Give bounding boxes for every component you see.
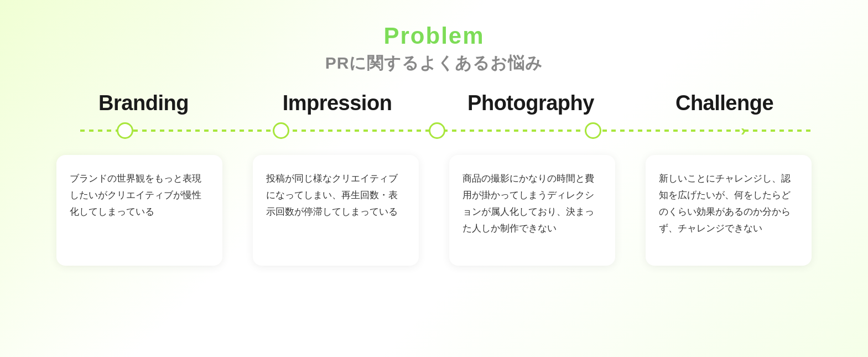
card-challenge: 新しいことにチャレンジし、認知を広げたいが、何をしたらどのくらい効果があるのか分… <box>646 155 812 266</box>
problem-subtitle: PRに関するよくあるお悩み <box>325 52 543 75</box>
problem-title: Problem <box>325 22 543 50</box>
category-label-branding: Branding <box>61 91 227 115</box>
category-label-photography: Photography <box>448 91 614 115</box>
cards-row: ブランドの世界観をもっと表現したいがクリエイティブが慢性化してしまっている 投稿… <box>47 155 822 266</box>
card-branding: ブランドの世界観をもっと表現したいがクリエイティブが慢性化してしまっている <box>56 155 222 266</box>
timeline-nodes: › <box>47 122 822 139</box>
category-row: Branding Impression Photography Challeng… <box>47 91 822 115</box>
card-photography-text: 商品の撮影にかなりの時間と費用が掛かってしまうディレクションが属人化しており、決… <box>462 170 602 236</box>
timeline-node-2 <box>273 122 289 139</box>
card-impression: 投稿が同じ様なクリエイティブになってしまい、再生回数・表示回数が停滞してしまって… <box>253 155 419 266</box>
content-section: Branding Impression Photography Challeng… <box>0 91 868 266</box>
timeline-node-3 <box>429 122 445 139</box>
timeline-node-1 <box>117 122 133 139</box>
timeline-arrow-icon: › <box>741 122 746 139</box>
timeline-node-4 <box>585 122 601 139</box>
category-label-challenge: Challenge <box>642 91 808 115</box>
card-challenge-text: 新しいことにチャレンジし、認知を広げたいが、何をしたらどのくらい効果があるのか分… <box>659 170 798 236</box>
category-label-impression: Impression <box>254 91 420 115</box>
header-section: Problem PRに関するよくあるお悩み <box>325 22 543 75</box>
card-impression-text: 投稿が同じ様なクリエイティブになってしまい、再生回数・表示回数が停滞してしまって… <box>266 170 406 220</box>
card-photography: 商品の撮影にかなりの時間と費用が掛かってしまうディレクションが属人化しており、決… <box>449 155 615 266</box>
timeline-row: › <box>47 120 822 142</box>
card-branding-text: ブランドの世界観をもっと表現したいがクリエイティブが慢性化してしまっている <box>70 170 209 220</box>
